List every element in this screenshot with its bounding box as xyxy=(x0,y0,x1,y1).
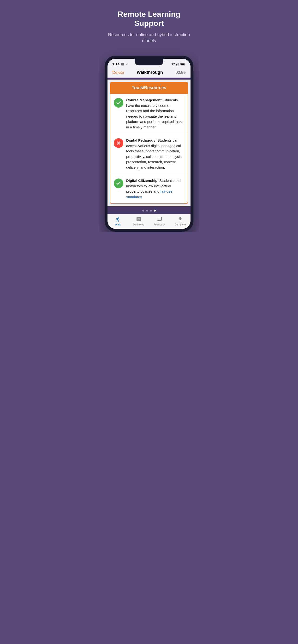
purple-divider xyxy=(107,78,191,80)
nav-bar: Delete Walkthrough 00:55 xyxy=(107,68,191,78)
svg-rect-6 xyxy=(181,63,185,65)
phone-frame: 1:14 Delete Walkthrough 00:55 Tools/Reso… xyxy=(105,56,193,232)
svg-rect-2 xyxy=(178,64,178,66)
table-row: Digital Citizenship: Students and instru… xyxy=(110,174,188,204)
item-2-text: Digital Pedagogy: Students can access va… xyxy=(126,138,184,170)
tab-bar: Walk My Notes Feedback xyxy=(107,214,191,229)
image-icon xyxy=(121,62,124,66)
dot-4[interactable] xyxy=(154,210,156,212)
notes-icon xyxy=(135,216,142,222)
delete-button[interactable]: Delete xyxy=(112,70,124,75)
tab-my-notes-label: My Notes xyxy=(133,223,144,226)
walk-icon xyxy=(115,216,121,222)
tab-complete[interactable]: Complete xyxy=(170,216,191,226)
battery-icon xyxy=(181,63,186,66)
signal-icon xyxy=(176,62,180,66)
nav-title: Walkthrough xyxy=(137,70,163,75)
checkmark-icon xyxy=(114,98,123,108)
hero-section: Remote Learning Support Resources for on… xyxy=(99,0,199,51)
hero-subtitle: Resources for online and hybrid instruct… xyxy=(106,32,192,44)
complete-icon xyxy=(177,216,183,222)
feedback-icon xyxy=(156,216,163,222)
dot-1[interactable] xyxy=(142,210,144,212)
wifi-icon xyxy=(171,62,175,66)
x-icon xyxy=(114,138,123,148)
close-small-icon xyxy=(125,63,128,66)
checkmark-icon-2 xyxy=(114,178,123,188)
section-header: Tools/Resources xyxy=(110,82,188,94)
tab-walk-label: Walk xyxy=(115,223,121,226)
item-1-text: Course Management: Students have the nec… xyxy=(126,98,184,130)
nav-timer: 00:55 xyxy=(175,70,186,75)
table-row: Course Management: Students have the nec… xyxy=(110,94,188,134)
tab-walk[interactable]: Walk xyxy=(107,216,128,226)
item-1-title: Course Management xyxy=(126,98,162,102)
hero-title: Remote Learning Support xyxy=(106,10,192,28)
item-3-text: Digital Citizenship: Students and instru… xyxy=(126,178,184,200)
svg-rect-1 xyxy=(177,64,178,65)
svg-rect-5 xyxy=(185,64,185,65)
table-row: Digital Pedagogy: Students can access va… xyxy=(110,134,188,174)
items-container: Course Management: Students have the nec… xyxy=(110,94,188,204)
item-2-body: : Students can access various digital pe… xyxy=(126,138,183,170)
svg-rect-0 xyxy=(176,64,177,66)
item-1-body: : Students have the necessary course res… xyxy=(126,98,183,129)
status-indicators xyxy=(171,62,186,66)
dot-2[interactable] xyxy=(146,210,148,212)
phone-notch xyxy=(135,59,163,66)
item-2-title: Digital Pedagogy xyxy=(126,138,156,142)
tab-my-notes[interactable]: My Notes xyxy=(128,216,149,226)
tab-complete-label: Complete xyxy=(175,223,186,226)
tab-feedback-label: Feedback xyxy=(154,223,165,226)
status-time: 1:14 xyxy=(112,62,128,66)
tab-feedback[interactable]: Feedback xyxy=(149,216,170,226)
item-3-period: . xyxy=(142,195,143,199)
pagination-dots xyxy=(107,206,191,214)
content-area: Tools/Resources Course Management: Stude… xyxy=(107,82,191,206)
svg-rect-3 xyxy=(178,63,179,66)
dot-3[interactable] xyxy=(150,210,152,212)
item-3-title: Digital Citizenship xyxy=(126,178,158,182)
phone-screen: 1:14 Delete Walkthrough 00:55 Tools/Reso… xyxy=(107,59,191,229)
